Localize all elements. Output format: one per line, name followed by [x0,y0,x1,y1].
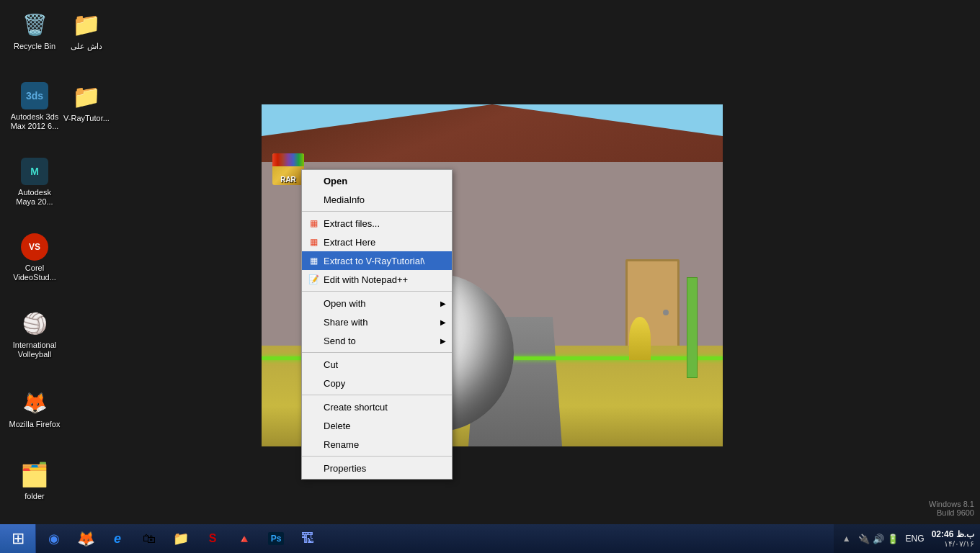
menu-item-extract-here[interactable]: ▦ Extract Here [302,233,452,251]
menu-item-copy[interactable]: Copy [302,374,452,392]
menu-separator-3 [302,352,452,353]
scene-plant [629,317,651,360]
menu-share-with-label: Share with [324,317,368,328]
desktop: 🗑️ Recycle Bin 📁 داش علی 3ds Autodesk 3d… [0,0,980,553]
menu-item-cut[interactable]: Cut [302,355,452,374]
clock-area: 02:46 ب.ظ ۱۴/۰۷/۱۶ [932,529,974,549]
recycle-bin-label: Recycle Bin [14,42,55,51]
desktop-icon-volleyball[interactable]: 🏐 International Volleyball [6,306,63,362]
share-with-arrow-icon: ▶ [440,318,446,326]
menu-extract-to-label: Extract to V-RayTutorial\ [324,256,424,266]
folder-label: folder [24,492,45,501]
maya-label: Autodesk Maya 20... [9,188,61,207]
taskbar-apps: ◉ 🦊 e 🛍 📁 S 🔺 [36,526,834,552]
language-indicator[interactable]: ENG [906,534,925,544]
menu-rename-label: Rename [324,439,359,450]
desktop-icon-dash-ali[interactable]: 📁 داش علی [58,7,115,54]
recycle-bin-icon: 🗑️ [20,10,49,39]
vray-folder-icon: 📁 [72,82,101,111]
network-icon: 🔌 [858,534,870,544]
folder-icon-dash: 📁 [72,10,101,39]
send-to-arrow-icon: ▶ [440,337,446,345]
ie-icon: e [114,531,121,547]
menu-edit-notepad-label: Edit with Notepad++ [324,274,408,285]
menu-item-open-with[interactable]: Open with ▶ [302,294,452,313]
dash-ali-label: داش علی [71,42,102,51]
taskbar-app6[interactable]: 🔺 [229,526,259,552]
menu-copy-label: Copy [324,378,345,389]
menu-create-shortcut-label: Create shortcut [324,402,388,413]
clock-time: 02:46 ب.ظ [932,529,974,539]
scene-pipe [687,277,698,378]
volume-icon: 🔊 [873,534,884,544]
desktop-icon-vray[interactable]: 📁 V-RayTutor... [58,79,115,126]
desktop-icon-maya[interactable]: M Autodesk Maya 20... [6,155,63,210]
menu-item-mediainfo[interactable]: MediaInfo [302,190,452,209]
autodesk-3ds-icon: 3ds [21,82,48,109]
firefox-label: Mozilla Firefox [9,420,61,429]
menu-send-to-label: Send to [324,336,356,346]
taskbar-firefox[interactable]: 🦊 [71,526,101,552]
menu-open-label: Open [324,176,347,186]
menu-item-send-to[interactable]: Send to ▶ [302,331,452,350]
taskbar-ie[interactable]: e [102,526,133,552]
windows-build: Build 9600 [929,508,974,517]
sketchup-icon: S [209,532,217,545]
menu-separator-1 [302,211,452,212]
desktop-icon-autodesk-3ds[interactable]: 3ds Autodesk 3ds Max 2012 6... [6,79,63,134]
menu-cut-label: Cut [324,359,338,370]
corel-icon: VS [21,233,48,261]
menu-separator-2 [302,291,452,292]
autodesk-3ds-label: Autodesk 3ds Max 2012 6... [9,112,61,131]
windows-logo-icon: ⊞ [12,529,24,548]
tray-icons: 🔌 🔊 🔋 [858,534,899,544]
vray-label: V-RayTutor... [63,114,110,123]
explorer-icon: 📁 [173,531,189,547]
taskbar-explorer[interactable]: 📁 [166,526,196,552]
taskbar-sketchup[interactable]: S [197,526,228,552]
photoshop-icon: Ps [268,532,285,545]
extract-files-icon: ▦ [306,216,321,230]
maya-icon: M [21,158,48,185]
taskbar-photoshop[interactable]: Ps [261,526,291,552]
menu-extract-here-label: Extract Here [324,237,375,248]
menu-item-share-with[interactable]: Share with ▶ [302,313,452,331]
open-with-arrow-icon: ▶ [440,300,446,307]
menu-item-open[interactable]: Open [302,171,452,190]
menu-item-properties[interactable]: Properties [302,459,452,477]
desktop-icon-corel[interactable]: VS Corel VideoStud... [6,230,63,285]
extract-to-icon: ▦ [306,253,321,268]
menu-extract-files-label: Extract files... [324,218,380,229]
menu-item-rename[interactable]: Rename [302,435,452,454]
notepad-icon: 📝 [306,272,321,287]
menu-item-extract-files[interactable]: ▦ Extract files... [302,214,452,233]
menu-separator-4 [302,395,452,395]
desktop-icon-firefox[interactable]: 🦊 Mozilla Firefox [6,385,63,432]
corel-label: Corel VideoStud... [9,264,61,282]
firefox-icon: 🦊 [20,388,49,417]
menu-item-delete[interactable]: Delete [302,416,452,435]
menu-delete-label: Delete [324,421,351,431]
clock-date: ۱۴/۰۷/۱۶ [932,539,974,549]
menu-item-create-shortcut[interactable]: Create shortcut [302,397,452,416]
menu-item-extract-to[interactable]: ▦ Extract to V-RayTutorial\ [302,251,452,270]
volleyball-label: International Volleyball [9,341,61,359]
windows-version: Windows 8.1 [929,500,974,508]
taskbar-store[interactable]: 🛍 [134,526,164,552]
chrome-icon: ◉ [48,531,60,547]
taskbar-app8[interactable]: 🏗 [293,526,323,552]
app8-icon: 🏗 [301,531,314,547]
desktop-icon-recycle-bin[interactable]: 🗑️ Recycle Bin [6,7,63,54]
menu-open-with-label: Open with [324,298,366,309]
taskbar: ⊞ ◉ 🦊 e 🛍 📁 S [0,524,980,553]
taskbar-chrome[interactable]: ◉ [39,526,69,552]
menu-item-edit-notepad[interactable]: 📝 Edit with Notepad++ [302,270,452,289]
folder-plain-icon: 🗂️ [20,460,49,489]
start-button[interactable]: ⊞ [0,524,36,553]
system-tray: ▲ 🔌 🔊 🔋 ENG 02:46 ب.ظ ۱۴/۰۷/۱۶ [834,524,980,553]
desktop-icon-folder[interactable]: 🗂️ folder [6,457,63,504]
firefox-taskbar-icon: 🦊 [77,530,95,547]
menu-properties-label: Properties [324,463,366,474]
extract-here-icon: ▦ [306,235,321,249]
tray-expand-button[interactable]: ▲ [839,534,854,544]
